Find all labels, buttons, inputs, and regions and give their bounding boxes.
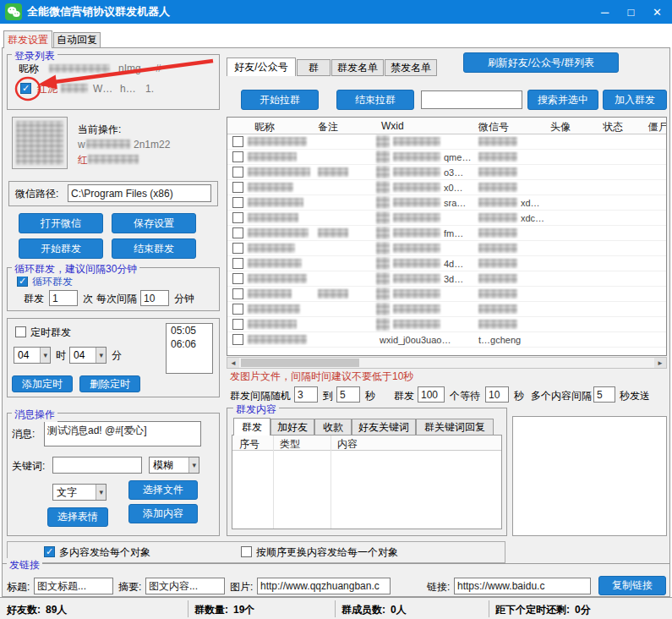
link-image-input[interactable] <box>257 578 391 594</box>
content-table: 序号 类型 内容 <box>232 435 502 529</box>
scroll-right-icon[interactable]: ► <box>654 358 666 368</box>
wait-seconds-input[interactable] <box>485 386 509 403</box>
multi-content-checkbox[interactable] <box>44 546 55 557</box>
copy-link-button[interactable]: 复制链接 <box>598 576 666 595</box>
timer-hour-value: 04 <box>18 349 29 361</box>
loop-interval-input[interactable] <box>140 290 169 306</box>
row-checkbox[interactable] <box>232 334 243 345</box>
start-send-button[interactable]: 开始群发 <box>19 238 103 259</box>
col-zombie: 僵尸 <box>648 120 667 134</box>
add-timer-button[interactable]: 添加定时 <box>12 375 73 392</box>
content-tab-group-keyword-reply[interactable]: 群关键词回复 <box>416 419 494 435</box>
add-to-send-button[interactable]: 加入群发 <box>603 90 667 110</box>
wxid-fragment: 4d… <box>444 259 463 269</box>
login-account-checkbox[interactable] <box>20 83 31 94</box>
row-checkbox[interactable] <box>232 182 243 193</box>
timer-hour-select[interactable]: 04 ▾ <box>14 347 51 364</box>
minimize-button[interactable]: ─ <box>592 0 618 24</box>
row-checkbox[interactable] <box>232 288 243 299</box>
loop-send-checkbox[interactable] <box>17 276 28 287</box>
row-checkbox[interactable] <box>232 212 243 223</box>
tab-mass-send-settings[interactable]: 群发设置 <box>3 30 52 48</box>
message-input[interactable]: 测试消息ad! @#[爱心] <box>44 421 201 446</box>
match-mode-value: 模糊 <box>153 458 173 473</box>
maximize-button[interactable]: □ <box>618 0 644 24</box>
row-checkbox[interactable] <box>232 319 243 330</box>
row-checkbox[interactable] <box>232 304 243 315</box>
match-mode-select[interactable]: 模糊 ▾ <box>149 457 199 474</box>
content-type-select[interactable]: 文字 ▾ <box>52 484 107 501</box>
content-tab-payment[interactable]: 收款 <box>314 419 352 435</box>
batch-count-input[interactable] <box>418 386 445 403</box>
table-row: 4d… <box>227 256 666 271</box>
timer-list[interactable]: 05:0506:06 <box>166 323 213 374</box>
interval-to-input[interactable] <box>336 386 360 403</box>
seconds-label-1: 秒 <box>365 390 375 402</box>
row-checkbox[interactable] <box>232 197 243 208</box>
wxid-fragment: o3… <box>444 167 463 178</box>
refresh-list-button[interactable]: 刷新好友/公众号/群列表 <box>463 52 619 73</box>
tab-groups[interactable]: 群 <box>297 59 331 76</box>
interval-from-input[interactable] <box>294 386 318 403</box>
loop-count-input[interactable] <box>49 290 78 306</box>
wxid-fragment: fm… <box>444 228 463 238</box>
nickname-blur <box>248 244 295 253</box>
start-pull-group-button[interactable]: 开始拉群 <box>241 90 319 110</box>
wechat-path-input[interactable] <box>68 184 211 202</box>
timer-minute-select[interactable]: 04 ▾ <box>69 347 107 364</box>
col-wechat-id: 微信号 <box>478 120 509 134</box>
row-checkbox[interactable] <box>232 167 243 178</box>
search-select-button[interactable]: 搜索并选中 <box>527 90 598 110</box>
delete-timer-button[interactable]: 删除定时 <box>79 375 140 392</box>
message-label: 消息: <box>12 428 35 440</box>
link-url-input[interactable] <box>454 578 591 594</box>
scrollbar-thumb[interactable] <box>241 359 359 367</box>
row-checkbox[interactable] <box>232 258 243 269</box>
link-summary-input[interactable] <box>145 578 225 594</box>
end-send-button[interactable]: 结束群发 <box>112 238 196 259</box>
end-pull-group-button[interactable]: 结束拉群 <box>336 90 414 110</box>
save-settings-button[interactable]: 保存设置 <box>112 213 196 233</box>
row-checkbox[interactable] <box>232 227 243 238</box>
wxid-fragment: 3d… <box>444 274 463 284</box>
content-tab-send[interactable]: 群发 <box>233 418 270 435</box>
select-emoji-button[interactable]: 选择表情 <box>47 507 108 527</box>
open-wechat-button[interactable]: 打开微信 <box>19 213 103 233</box>
col-avatar: 头像 <box>550 120 571 134</box>
wxid-blur <box>393 183 440 192</box>
chevron-down-icon: ▾ <box>40 348 50 363</box>
scroll-left-icon[interactable]: ◄ <box>227 358 239 368</box>
sequential-content-checkbox[interactable] <box>241 546 252 557</box>
row-checkbox[interactable] <box>232 151 243 162</box>
tab-friends-accounts[interactable]: 好友/公众号 <box>227 58 296 76</box>
wechat-icon <box>5 3 22 24</box>
row-checkbox[interactable] <box>232 136 243 147</box>
tab-auto-reply[interactable]: 自动回复 <box>53 32 101 48</box>
current-wxid-blur <box>86 140 130 149</box>
close-button[interactable]: ✕ <box>644 0 670 24</box>
select-file-button[interactable]: 选择文件 <box>128 480 198 500</box>
link-title-input[interactable] <box>34 578 113 594</box>
content-divider-2 <box>331 435 331 529</box>
add-content-button[interactable]: 添加内容 <box>128 504 198 523</box>
tab-send-list[interactable]: 群发名单 <box>331 59 384 76</box>
avatar-thumb-blur <box>376 211 390 224</box>
content-tab-add-friend[interactable]: 加好友 <box>270 419 314 435</box>
row-checkbox[interactable] <box>232 243 243 254</box>
content-tab-friend-keyword[interactable]: 好友关键词 <box>352 419 416 435</box>
tab-ban-list[interactable]: 禁发名单 <box>385 59 437 76</box>
timer-item[interactable]: 06:06 <box>167 337 212 351</box>
wechat-id-blur <box>478 274 517 283</box>
horizontal-scrollbar[interactable]: ◄ ► <box>227 357 667 369</box>
search-input[interactable] <box>421 90 522 109</box>
wechat-id-blur <box>478 244 517 253</box>
timer-item[interactable]: 05:05 <box>167 324 212 337</box>
row-checkbox[interactable] <box>232 273 243 284</box>
current-wxid-suffix: 2n1m22 <box>134 139 170 151</box>
wechat-id-fragment: xd… <box>521 198 540 208</box>
wxid-blur <box>393 259 440 268</box>
nickname-blur <box>248 274 307 283</box>
multi-interval-input[interactable] <box>593 386 615 403</box>
keyword-input[interactable] <box>52 457 142 474</box>
timer-send-checkbox[interactable] <box>15 326 26 337</box>
